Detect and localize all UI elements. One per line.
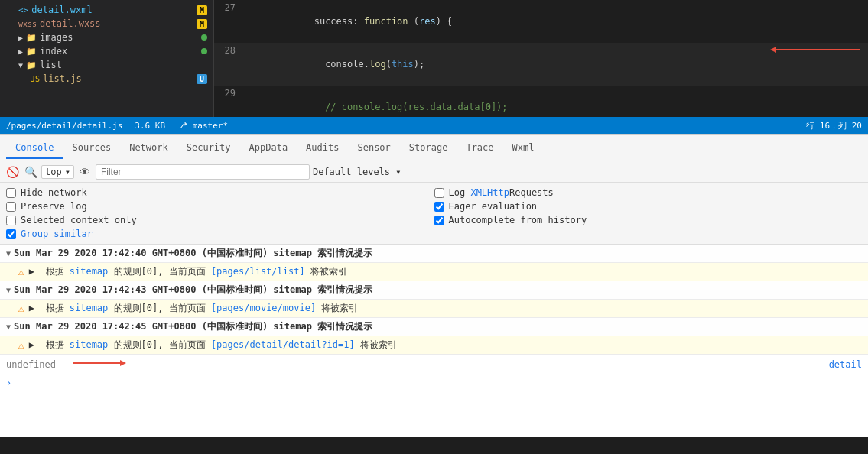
tab-sensor[interactable]: Sensor <box>348 138 399 159</box>
xmlhttp-link[interactable]: XMLHttp <box>470 187 509 198</box>
cursor-position: 行 16，列 20 <box>806 120 862 131</box>
tab-appdata[interactable]: AppData <box>240 138 297 159</box>
red-arrow-svg <box>67 357 128 369</box>
status-dot <box>201 48 207 54</box>
file-tree: <> detail.wxml M wxss detail.wxss M ▶ 📁 … <box>0 0 214 117</box>
option-hide-network[interactable]: Hide network <box>6 187 434 198</box>
line-number: 29 <box>214 86 245 117</box>
log-group-header-2[interactable]: ▼ Sun Mar 29 2020 17:42:43 GMT+0800 (中国标… <box>0 281 868 300</box>
folder-list[interactable]: ▼ 📁 list <box>0 58 213 72</box>
filter-input[interactable] <box>96 164 310 180</box>
warning-icon: ⚠ <box>18 266 24 277</box>
folder-name: images <box>40 32 73 43</box>
selected-context-checkbox[interactable] <box>6 216 16 225</box>
undefined-output-line: undefined detail <box>0 355 868 375</box>
log-entry-2: ⚠ ▶ 根据 sitemap 的规则[0], 当前页面 [pages/movie… <box>0 300 868 318</box>
red-arrow-annotation <box>769 44 868 56</box>
sitemap-link[interactable]: sitemap <box>70 266 109 277</box>
option-autocomplete[interactable]: Autocomplete from history <box>434 215 863 225</box>
console-toolbar: 🚫 🔍 top ▾ 👁 Default levels ▾ <box>0 161 868 183</box>
tab-audits[interactable]: Audits <box>297 138 348 159</box>
line-number: 27 <box>214 1 245 42</box>
tab-storage[interactable]: Storage <box>400 138 457 159</box>
options-row: Hide network Preserve log Selected conte… <box>0 183 868 245</box>
line-number: 28 <box>214 44 245 85</box>
detail-link[interactable]: detail <box>829 359 862 370</box>
code-text: console.log(this); <box>245 44 753 85</box>
wxml-icon: <> <box>18 5 28 15</box>
context-value: top <box>45 167 62 177</box>
folder-index[interactable]: ▶ 📁 index <box>0 44 213 58</box>
log-message: ▶ 根据 sitemap 的规则[0], 当前页面 [pages/detail/… <box>29 339 397 352</box>
console-input[interactable] <box>16 378 862 388</box>
filter-button[interactable]: 🔍 <box>23 164 38 180</box>
option-log-xhr[interactable]: Log XMLHttpRequests <box>434 187 863 198</box>
code-editor: 27 success: function (res) { 28 console.… <box>214 0 868 117</box>
code-line-27: 27 success: function (res) { <box>214 0 868 43</box>
tab-trace[interactable]: Trace <box>457 138 502 159</box>
log-xhr-checkbox[interactable] <box>434 188 444 198</box>
folder-arrow-icon: ▶ <box>18 47 23 56</box>
folder-icon: 📁 <box>26 47 37 57</box>
context-selector[interactable]: top ▾ <box>41 165 74 179</box>
file-size: 3.6 KB <box>135 121 165 131</box>
folder-name: list <box>40 60 62 70</box>
option-eager-eval[interactable]: Eager evaluation <box>434 201 863 212</box>
red-arrow-icon <box>67 357 128 372</box>
folder-arrow-icon: ▶ <box>18 34 23 42</box>
tab-wxml[interactable]: Wxml <box>503 138 544 159</box>
tab-console[interactable]: Console <box>6 138 63 159</box>
code-line-29: 29 // console.log(res.data.data[0]); <box>214 86 868 117</box>
log-group-header-3[interactable]: ▼ Sun Mar 29 2020 17:42:45 GMT+0800 (中国标… <box>0 318 868 336</box>
file-path: /pages/detail/detail.js <box>6 121 122 131</box>
svg-marker-3 <box>120 360 126 366</box>
option-label: Group similar <box>21 229 93 239</box>
autocomplete-checkbox[interactable] <box>434 216 444 225</box>
option-group-similar[interactable]: Group similar <box>6 229 434 239</box>
folder-icon: 📁 <box>26 60 37 70</box>
options-left: Hide network Preserve log Selected conte… <box>6 187 434 239</box>
levels-select[interactable]: Default levels ▾ <box>313 167 401 177</box>
preserve-log-checkbox[interactable] <box>6 202 16 212</box>
badge-m: M <box>197 5 207 15</box>
group-similar-checkbox[interactable] <box>6 229 16 239</box>
file-name: list.js <box>43 73 82 84</box>
option-label: Selected context only <box>21 215 137 225</box>
status-bar: /pages/detail/detail.js 3.6 KB ⎇ master*… <box>0 117 868 134</box>
log-entry-3: ⚠ ▶ 根据 sitemap 的规则[0], 当前页面 [pages/detai… <box>0 336 868 355</box>
file-detail-wxss[interactable]: wxss detail.wxss M <box>0 17 213 31</box>
levels-label: Default levels ▾ <box>313 167 401 177</box>
log-group-header-1[interactable]: ▼ Sun Mar 29 2020 17:42:40 GMT+0800 (中国标… <box>0 245 868 263</box>
folder-arrow-icon: ▼ <box>18 61 23 70</box>
eye-button[interactable]: 👁 <box>77 164 93 180</box>
svg-marker-1 <box>770 47 776 53</box>
option-preserve-log[interactable]: Preserve log <box>6 201 434 212</box>
prompt-icon: › <box>6 378 11 388</box>
sitemap-link[interactable]: sitemap <box>70 303 109 313</box>
file-name: detail.wxml <box>31 5 92 15</box>
group-header-text: Sun Mar 29 2020 17:42:45 GMT+0800 (中国标准时… <box>14 320 372 333</box>
console-output[interactable]: ▼ Sun Mar 29 2020 17:42:40 GMT+0800 (中国标… <box>0 245 868 437</box>
log-entry-1: ⚠ ▶ 根据 sitemap 的规则[0], 当前页面 [pages/list/… <box>0 263 868 281</box>
tab-network[interactable]: Network <box>120 138 177 159</box>
file-list-js[interactable]: JS list.js U <box>0 72 213 86</box>
console-input-prompt[interactable]: › <box>0 375 868 391</box>
clear-console-button[interactable]: 🚫 <box>5 164 20 180</box>
status-dot <box>201 34 207 41</box>
group-header-text: Sun Mar 29 2020 17:42:43 GMT+0800 (中国标准时… <box>14 284 372 297</box>
tab-sources[interactable]: Sources <box>63 138 121 159</box>
badge-m: M <box>197 19 207 29</box>
warning-icon: ⚠ <box>18 339 24 351</box>
devtools-panel: Console Sources Network Security AppData… <box>0 134 868 437</box>
option-label: Hide network <box>21 187 87 198</box>
tab-security[interactable]: Security <box>177 138 240 159</box>
folder-images[interactable]: ▶ 📁 images <box>0 31 213 44</box>
file-detail-wxml[interactable]: <> detail.wxml M <box>0 3 213 17</box>
badge-u: U <box>197 74 207 84</box>
code-text: // console.log(res.data.data[0]); <box>245 86 868 117</box>
option-selected-context[interactable]: Selected context only <box>6 215 434 225</box>
hide-network-checkbox[interactable] <box>6 188 16 198</box>
group-header-text: Sun Mar 29 2020 17:42:40 GMT+0800 (中国标准时… <box>14 247 372 260</box>
eager-eval-checkbox[interactable] <box>434 202 444 212</box>
sitemap-link[interactable]: sitemap <box>70 339 109 350</box>
